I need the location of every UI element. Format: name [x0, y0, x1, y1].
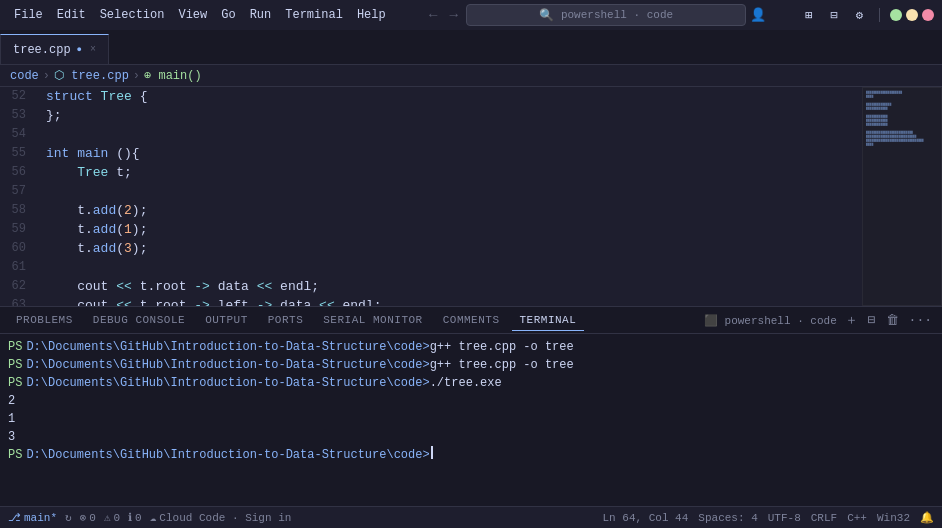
token: (: [116, 239, 124, 258]
add-terminal-button[interactable]: ＋: [843, 309, 860, 331]
token: <<: [116, 277, 132, 296]
search-bar[interactable]: 🔍 powershell · code: [466, 4, 746, 26]
warning-count: 0: [114, 512, 121, 524]
terminal-line-2: PS D:\Documents\GitHub\Introduction-to-D…: [8, 356, 934, 374]
breadcrumb: code › ⬡ tree.cpp › ⊕ main(): [0, 65, 942, 87]
menu-go[interactable]: Go: [215, 6, 241, 24]
output-text: 1: [8, 410, 15, 428]
line-ending[interactable]: CRLF: [811, 512, 837, 524]
code-line-59: t.add(1);: [46, 220, 862, 239]
code-line-54: [46, 125, 862, 144]
token: endl;: [335, 296, 382, 306]
nav-back[interactable]: ←: [425, 5, 441, 25]
code-content[interactable]: struct Tree { }; int main (){ Tree t;: [42, 87, 862, 306]
tab-tree-cpp[interactable]: tree.cpp ● ×: [0, 34, 109, 64]
token: );: [132, 201, 148, 220]
menu-edit[interactable]: Edit: [51, 6, 92, 24]
token: left: [210, 296, 257, 306]
terminal-cmd: g++ tree.cpp -o tree: [430, 356, 574, 374]
title-bar-left: File Edit Selection View Go Run Terminal…: [8, 6, 392, 24]
nav-forward[interactable]: →: [445, 5, 461, 25]
token: struct: [46, 87, 101, 106]
tab-debug-console[interactable]: DEBUG CONSOLE: [85, 310, 193, 330]
close-button[interactable]: [922, 9, 934, 21]
token: add: [93, 220, 116, 239]
notifications-icon[interactable]: 🔔: [920, 511, 934, 524]
file-icon: ⬡: [54, 69, 64, 83]
menu-view[interactable]: View: [172, 6, 213, 24]
token: <<: [257, 277, 273, 296]
title-bar-right: ⊞ ⊟ ⚙: [799, 6, 934, 25]
token: (){: [108, 144, 139, 163]
error-icon: ⊗: [80, 511, 87, 524]
trash-icon[interactable]: 🗑: [884, 311, 901, 330]
encoding[interactable]: UTF-8: [768, 512, 801, 524]
tab-comments[interactable]: COMMENTS: [435, 310, 508, 330]
tab-output[interactable]: OUTPUT: [197, 310, 256, 330]
profile-icon[interactable]: 👤: [750, 7, 766, 23]
panel-tabs: PROBLEMS DEBUG CONSOLE OUTPUT PORTS SERI…: [0, 307, 942, 334]
more-options-button[interactable]: ···: [907, 311, 934, 330]
platform[interactable]: Win32: [877, 512, 910, 524]
token: cout: [46, 296, 116, 306]
tab-problems[interactable]: PROBLEMS: [8, 310, 81, 330]
token: int: [46, 144, 69, 163]
split-terminal-button[interactable]: ⊟: [866, 310, 878, 330]
output-text: 2: [8, 392, 15, 410]
function-icon: ⊕: [144, 69, 151, 83]
split-icon[interactable]: ⊟: [825, 6, 844, 25]
terminal-output-3: 3: [8, 428, 934, 446]
token: <<: [319, 296, 335, 306]
menu-file[interactable]: File: [8, 6, 49, 24]
terminal-line-1: PS D:\Documents\GitHub\Introduction-to-D…: [8, 338, 934, 356]
code-lines: 52 53 54 55 56 57 58 59 60 61 62 63 64 6…: [0, 87, 862, 306]
tab-terminal[interactable]: TERMINAL: [512, 310, 585, 331]
layout-icon[interactable]: ⊞: [799, 6, 818, 25]
menu-selection[interactable]: Selection: [94, 6, 171, 24]
ln-54: 54: [0, 125, 34, 144]
code-line-56: Tree t;: [46, 163, 862, 182]
minimap: ████████████████████ ████ ██████████████…: [862, 87, 942, 306]
breadcrumb-code[interactable]: code: [10, 69, 39, 83]
tab-close[interactable]: ×: [90, 44, 96, 55]
status-warnings[interactable]: ⚠ 0: [104, 511, 120, 524]
language-mode[interactable]: C++: [847, 512, 867, 524]
token: t;: [108, 163, 131, 182]
minimize-button[interactable]: [890, 9, 902, 21]
breadcrumb-function[interactable]: ⊕ main(): [144, 68, 202, 83]
token: };: [46, 106, 62, 125]
menu-run[interactable]: Run: [244, 6, 278, 24]
code-line-63: cout << t.root -> left -> data << endl;: [46, 296, 862, 306]
ln-61: 61: [0, 258, 34, 277]
modified-dot: ●: [77, 45, 82, 55]
status-cloud[interactable]: ☁ Cloud Code · Sign in: [150, 511, 292, 524]
breadcrumb-file[interactable]: ⬡ tree.cpp: [54, 68, 129, 83]
token: add: [93, 239, 116, 258]
menu-terminal[interactable]: Terminal: [279, 6, 349, 24]
status-sync[interactable]: ↻: [65, 511, 72, 524]
ln-63: 63: [0, 296, 34, 306]
prompt-symbol: PS: [8, 338, 22, 356]
ln-56: 56: [0, 163, 34, 182]
tab-ports[interactable]: PORTS: [260, 310, 312, 330]
settings-icon[interactable]: ⚙: [850, 6, 869, 25]
status-errors[interactable]: ⊗ 0: [80, 511, 96, 524]
tab-serial-monitor[interactable]: SERIAL MONITOR: [315, 310, 430, 330]
line-numbers: 52 53 54 55 56 57 58 59 60 61 62 63 64 6…: [0, 87, 42, 306]
terminal-content[interactable]: PS D:\Documents\GitHub\Introduction-to-D…: [0, 334, 942, 506]
maximize-button[interactable]: [906, 9, 918, 21]
token: );: [132, 239, 148, 258]
menu-bar: File Edit Selection View Go Run Terminal…: [8, 6, 392, 24]
token: add: [93, 201, 116, 220]
menu-help[interactable]: Help: [351, 6, 392, 24]
cursor-position[interactable]: Ln 64, Col 44: [603, 512, 689, 524]
token: 2: [124, 201, 132, 220]
status-branch[interactable]: ⎇ main*: [8, 511, 57, 524]
token: [69, 144, 77, 163]
code-line-53: };: [46, 106, 862, 125]
indentation[interactable]: Spaces: 4: [698, 512, 757, 524]
status-info[interactable]: ℹ 0: [128, 511, 142, 524]
token: t.root: [132, 277, 194, 296]
token: Tree: [77, 163, 108, 182]
code-editor[interactable]: 52 53 54 55 56 57 58 59 60 61 62 63 64 6…: [0, 87, 862, 306]
